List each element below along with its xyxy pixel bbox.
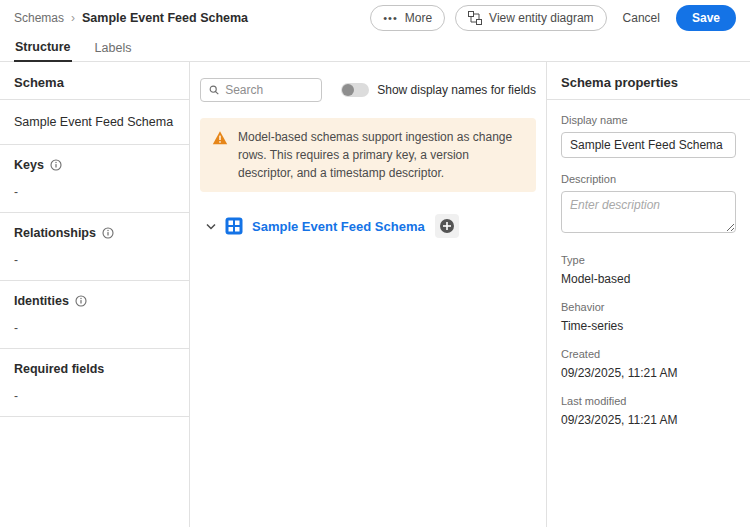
section-head-required-fields: Required fields (14, 362, 175, 376)
tab-structure-label: Structure (15, 40, 71, 54)
properties-title: Schema properties (547, 62, 750, 100)
content-area: Schema Sample Event Feed Schema Keys - R… (0, 62, 750, 527)
canvas-toolbar: Show display names for fields (200, 78, 536, 102)
more-button-label: More (405, 11, 432, 25)
section-label-identities: Identities (14, 294, 69, 308)
last-modified-field: Last modified 09/23/2025, 11:21 AM (561, 395, 736, 427)
schema-sidebar: Schema Sample Event Feed Schema Keys - R… (0, 62, 190, 527)
top-header: Schemas › Sample Event Feed Schema ••• M… (0, 0, 750, 36)
view-entity-diagram-button[interactable]: View entity diagram (455, 5, 607, 31)
last-modified-label: Last modified (561, 395, 736, 407)
structure-canvas: Show display names for fields Model-base… (190, 62, 547, 527)
tab-structure[interactable]: Structure (14, 38, 72, 62)
breadcrumb-schemas-link[interactable]: Schemas (14, 11, 64, 25)
section-head-identities: Identities (14, 294, 175, 308)
sidebar-section-identities: Identities - (0, 281, 189, 349)
schema-root-name[interactable]: Sample Event Feed Schema (252, 219, 425, 234)
sidebar-section-keys: Keys - (0, 145, 189, 213)
section-value-keys: - (14, 185, 175, 199)
description-textarea[interactable] (561, 191, 736, 233)
toggle-label: Show display names for fields (377, 83, 536, 97)
sidebar-section-relationships: Relationships - (0, 213, 189, 281)
tab-labels[interactable]: Labels (94, 39, 133, 61)
header-actions: ••• More View entity diagram Cancel Save (370, 5, 736, 31)
breadcrumb-separator-icon: › (71, 11, 75, 25)
more-button[interactable]: ••• More (370, 5, 445, 31)
behavior-field: Behavior Time-series (561, 301, 736, 333)
schema-object-icon (225, 217, 243, 235)
section-label-required-fields: Required fields (14, 362, 104, 376)
warning-text: Model-based schemas support ingestion as… (238, 128, 524, 182)
warning-icon (212, 130, 228, 146)
show-display-names-toggle[interactable] (341, 83, 369, 97)
behavior-label: Behavior (561, 301, 736, 313)
entity-diagram-icon (468, 11, 482, 25)
schema-properties-panel: Schema properties Display name Descripti… (547, 62, 750, 527)
created-value: 09/23/2025, 11:21 AM (561, 366, 736, 380)
type-label: Type (561, 254, 736, 266)
section-value-identities: - (14, 321, 175, 335)
type-value: Model-based (561, 272, 736, 286)
section-value-required-fields: - (14, 389, 175, 403)
behavior-value: Time-series (561, 319, 736, 333)
view-entity-diagram-label: View entity diagram (489, 11, 594, 25)
properties-body: Display name Description Type Model-base… (547, 100, 750, 441)
display-name-label: Display name (561, 114, 736, 126)
section-head-keys: Keys (14, 158, 175, 172)
info-icon[interactable] (50, 159, 62, 171)
breadcrumb-current: Sample Event Feed Schema (82, 11, 248, 25)
plus-circle-icon (439, 218, 455, 234)
created-label: Created (561, 348, 736, 360)
info-icon[interactable] (75, 295, 87, 307)
search-box[interactable] (200, 78, 322, 102)
info-icon[interactable] (102, 227, 114, 239)
more-icon: ••• (383, 13, 398, 24)
chevron-down-icon[interactable] (206, 223, 216, 230)
cancel-button[interactable]: Cancel (617, 5, 666, 31)
sidebar-section-required-fields: Required fields - (0, 349, 189, 417)
schema-editor-app: Schemas › Sample Event Feed Schema ••• M… (0, 0, 750, 527)
toggle-knob (342, 84, 354, 96)
display-names-toggle-group: Show display names for fields (341, 83, 536, 97)
save-button[interactable]: Save (676, 5, 736, 31)
section-label-keys: Keys (14, 158, 44, 172)
description-label: Description (561, 173, 736, 185)
created-field: Created 09/23/2025, 11:21 AM (561, 348, 736, 380)
add-field-button[interactable] (435, 214, 459, 238)
display-name-input[interactable] (561, 132, 736, 158)
tab-bar: Structure Labels (0, 36, 750, 62)
section-head-relationships: Relationships (14, 226, 175, 240)
section-label-relationships: Relationships (14, 226, 96, 240)
sidebar-title: Schema (0, 62, 189, 100)
schema-tree-root-row: Sample Event Feed Schema (200, 214, 536, 238)
search-input[interactable] (225, 83, 313, 97)
sidebar-item-schema-name[interactable]: Sample Event Feed Schema (0, 100, 189, 145)
breadcrumb: Schemas › Sample Event Feed Schema (14, 11, 248, 25)
search-icon (209, 84, 219, 96)
tab-labels-label: Labels (95, 41, 132, 55)
type-field: Type Model-based (561, 254, 736, 286)
last-modified-value: 09/23/2025, 11:21 AM (561, 413, 736, 427)
warning-banner: Model-based schemas support ingestion as… (200, 118, 536, 192)
section-value-relationships: - (14, 253, 175, 267)
